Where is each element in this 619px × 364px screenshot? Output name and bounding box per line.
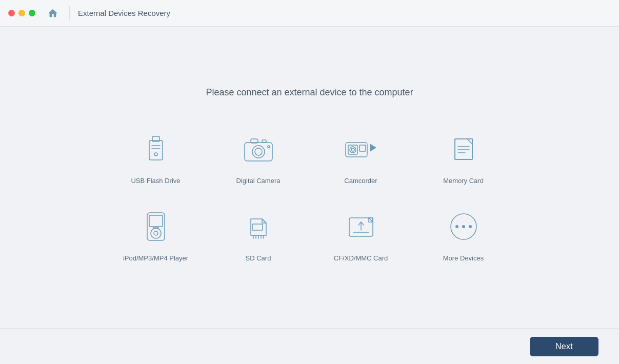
svg-rect-17 xyxy=(455,139,472,159)
page-title: External Devices Recovery xyxy=(78,9,170,17)
cf-xd-mmc-card-icon xyxy=(341,206,382,247)
svg-marker-14 xyxy=(370,144,376,152)
usb-flash-drive-label: USB Flash Drive xyxy=(131,177,180,186)
titlebar-divider xyxy=(69,6,70,21)
more-devices-icon xyxy=(443,206,484,247)
svg-point-15 xyxy=(350,147,356,153)
page-instruction: Please connect an external device to the… xyxy=(206,87,413,98)
device-cf-xd-mmc-card[interactable]: CF/XD/MMC Card xyxy=(320,201,402,268)
svg-point-25 xyxy=(153,227,154,228)
cf-xd-mmc-card-label: CF/XD/MMC Card xyxy=(334,254,388,263)
svg-rect-13 xyxy=(360,145,366,151)
device-usb-flash-drive[interactable]: USB Flash Drive xyxy=(115,124,197,191)
digital-camera-label: Digital Camera xyxy=(236,177,281,186)
device-digital-camera[interactable]: Digital Camera xyxy=(217,124,299,191)
usb-flash-drive-icon xyxy=(135,129,176,170)
memory-card-icon xyxy=(443,129,484,170)
svg-rect-11 xyxy=(346,143,367,157)
svg-point-38 xyxy=(455,225,458,228)
next-button[interactable]: Next xyxy=(530,337,598,356)
svg-point-24 xyxy=(154,231,158,235)
svg-point-27 xyxy=(157,227,158,228)
camcorder-label: Camcorder xyxy=(344,177,377,186)
sd-card-label: SD Card xyxy=(246,254,271,263)
more-devices-label: More Devices xyxy=(443,254,484,263)
digital-camera-icon xyxy=(238,129,279,170)
svg-rect-33 xyxy=(252,224,263,230)
sd-card-icon xyxy=(238,206,279,247)
devices-grid: USB Flash Drive Digital C xyxy=(115,124,505,268)
minimize-button[interactable] xyxy=(18,10,25,16)
ipod-mp3-mp4-label: iPod/MP3/MP4 Player xyxy=(123,254,188,263)
svg-rect-0 xyxy=(149,140,163,160)
svg-point-16 xyxy=(351,148,354,151)
device-sd-card[interactable]: SD Card xyxy=(217,201,299,268)
device-camcorder[interactable]: Camcorder xyxy=(320,124,402,191)
svg-rect-22 xyxy=(149,215,163,227)
maximize-button[interactable] xyxy=(29,10,35,16)
svg-point-4 xyxy=(154,153,157,156)
device-more-devices[interactable]: More Devices xyxy=(423,201,505,268)
camcorder-icon xyxy=(341,129,382,170)
close-button[interactable] xyxy=(8,10,15,16)
traffic-lights xyxy=(8,10,35,16)
titlebar: External Devices Recovery xyxy=(0,0,619,27)
svg-rect-9 xyxy=(262,140,266,143)
footer: Next xyxy=(0,328,619,364)
svg-point-6 xyxy=(252,146,265,158)
device-memory-card[interactable]: Memory Card xyxy=(423,124,505,191)
svg-point-39 xyxy=(462,225,465,228)
ipod-mp3-mp4-icon xyxy=(135,206,176,247)
memory-card-label: Memory Card xyxy=(443,177,484,186)
home-button[interactable] xyxy=(45,5,61,22)
svg-point-7 xyxy=(255,148,262,155)
device-ipod-mp3-mp4[interactable]: iPod/MP3/MP4 Player xyxy=(115,201,197,268)
svg-point-23 xyxy=(151,228,161,238)
svg-point-26 xyxy=(155,227,156,228)
svg-point-40 xyxy=(469,225,472,228)
svg-point-10 xyxy=(268,146,270,148)
main-content: Please connect an external device to the… xyxy=(0,27,619,328)
